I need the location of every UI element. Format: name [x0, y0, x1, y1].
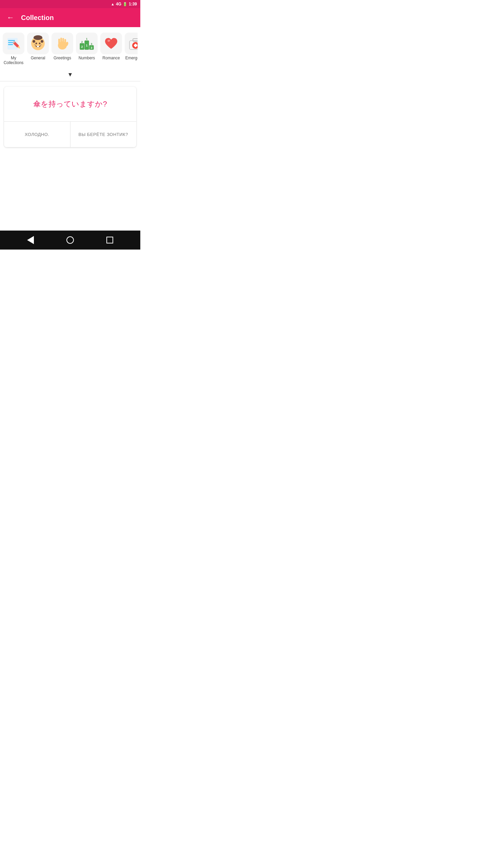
back-triangle-icon [27, 236, 34, 244]
svg-text:3: 3 [91, 42, 93, 45]
quiz-card: 傘を持っていますか? ХОЛОДНО. ВЫ БЕРЁТЕ ЗОНТИК? [4, 87, 136, 147]
svg-rect-15 [37, 46, 39, 47]
numbers-icon-wrap: 2 1 3 2 1 3 [76, 33, 98, 54]
category-label-numbers: Numbers [79, 56, 95, 60]
svg-rect-1 [8, 40, 15, 41]
svg-rect-19 [62, 38, 64, 44]
greetings-icon-wrap [52, 33, 73, 54]
category-label-greetings: Greetings [54, 56, 71, 60]
category-item-romance[interactable]: Romance [100, 33, 122, 65]
svg-text:3: 3 [90, 46, 92, 50]
signal-label: 4G [116, 2, 121, 6]
time-label: 1:39 [129, 2, 137, 6]
category-scroll: My Collections [3, 33, 138, 65]
status-bar: ▲ 4G 🔋 1:39 [0, 0, 140, 8]
home-circle-icon [66, 236, 74, 244]
category-label-romance: Romance [102, 56, 120, 60]
quiz-answer-a[interactable]: ХОЛОДНО. [4, 122, 70, 147]
page-title: Collection [21, 14, 54, 22]
nav-home-button[interactable] [66, 236, 74, 244]
quiz-question-text: 傘を持っていますか? [33, 100, 107, 108]
svg-text:1: 1 [86, 37, 88, 40]
content-spacer [0, 153, 140, 231]
svg-rect-17 [58, 39, 60, 45]
svg-text:2: 2 [81, 45, 83, 48]
my-collections-icon-wrap [3, 33, 24, 54]
quiz-question-area: 傘を持っていますか? [4, 87, 136, 122]
svg-rect-36 [134, 45, 137, 46]
general-icon-wrap [27, 33, 49, 54]
svg-point-10 [41, 40, 43, 43]
svg-rect-18 [60, 38, 62, 44]
svg-point-14 [41, 44, 42, 45]
svg-point-12 [39, 43, 41, 44]
category-item-my-collections[interactable]: My Collections [3, 33, 24, 65]
quiz-section: 傘を持っていますか? ХОЛОДНО. ВЫ БЕРЁТЕ ЗОНТИК? [0, 81, 140, 153]
emergency-icon-wrap [125, 33, 138, 54]
chevron-down-icon[interactable]: ▾ [68, 70, 72, 78]
svg-point-8 [34, 35, 42, 40]
svg-rect-3 [8, 44, 13, 45]
romance-icon-wrap [100, 33, 122, 54]
nav-back-button[interactable] [27, 236, 34, 244]
nav-recent-button[interactable] [106, 237, 113, 243]
category-item-numbers[interactable]: 2 1 3 2 1 3 Numbers [76, 33, 98, 65]
svg-point-11 [36, 43, 37, 44]
category-label-my-collections: My Collections [3, 56, 24, 65]
category-label-general: General [31, 56, 45, 60]
battery-icon: 🔋 [123, 2, 127, 6]
svg-point-9 [33, 40, 35, 43]
category-item-greetings[interactable]: Greetings [52, 33, 73, 65]
back-button[interactable]: ← [5, 12, 16, 23]
quiz-answers-area: ХОЛОДНО. ВЫ БЕРЁТЕ ЗОНТИК? [4, 122, 136, 147]
category-item-general[interactable]: General [27, 33, 49, 65]
svg-text:1: 1 [86, 44, 87, 47]
category-section: My Collections [0, 27, 140, 67]
category-item-emergency[interactable]: Emergency [125, 33, 138, 65]
category-label-emergency: Emergency [125, 56, 138, 60]
bottom-nav [0, 231, 140, 250]
quiz-answer-b[interactable]: ВЫ БЕРЁТЕ ЗОНТИК? [70, 122, 137, 147]
recent-square-icon [106, 237, 113, 243]
svg-point-13 [35, 44, 36, 45]
signal-icon: ▲ [111, 2, 115, 6]
app-header: ← Collection [0, 8, 140, 27]
expand-row[interactable]: ▾ [0, 67, 140, 81]
svg-text:2: 2 [81, 40, 83, 43]
